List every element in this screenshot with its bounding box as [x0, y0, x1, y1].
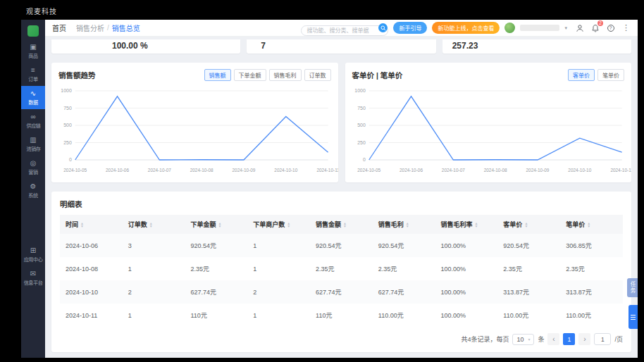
notifications-button[interactable]: 2	[590, 23, 600, 32]
column-header-label: 客单价	[503, 220, 522, 229]
detail-table: 时间▲▼订单数▲▼下单金额▲▼下单商户数▲▼销售金额▲▼销售毛利▲▼销售毛利率▲…	[60, 215, 623, 327]
sort-icon[interactable]: ▲▼	[475, 222, 478, 227]
global-search	[301, 23, 388, 33]
sidebar-item-system[interactable]: ⚙ 系统	[21, 179, 45, 202]
table-cell: 2.35元	[373, 257, 435, 280]
orders-icon: ≡	[31, 66, 35, 74]
table-cell: 627.74元	[373, 280, 435, 304]
promo-banner-button[interactable]: 新功能上线，点击查看	[432, 22, 500, 34]
table-cell: 2.35元	[310, 257, 373, 280]
metric-per-order-price-button[interactable]: 笔单价	[597, 69, 624, 81]
sidebar-item-label: 营销	[28, 168, 37, 175]
sidebar-item-inventory[interactable]: ▥ 进销存	[21, 132, 45, 156]
chart-card-header: 销售额趋势 销售额 下单金额 销售毛利 订单数	[51, 63, 338, 84]
sort-icon[interactable]: ▲▼	[343, 222, 347, 227]
sidebar-item-info-platform[interactable]: ✉ 信息平台	[21, 266, 45, 289]
table-cell: 313.87元	[560, 280, 623, 304]
sidebar-item-app-center[interactable]: ⊞ 应用中心	[21, 243, 45, 266]
table-cell: 2	[247, 280, 310, 304]
sort-icon[interactable]: ▲▼	[587, 222, 590, 227]
sidebar: ▣ 商品 ≡ 订单 ∿ 数据 ∞ 供应链 ▥ 进销存 ◎ 营销 ⚙ 系统 ⊞	[21, 20, 45, 358]
svg-text:2024-10-09: 2024-10-09	[526, 168, 549, 173]
avatar[interactable]	[504, 23, 515, 33]
table-cell: 1	[247, 234, 310, 257]
column-header[interactable]: 时间▲▼	[60, 215, 123, 234]
metric-gross-profit-button[interactable]: 销售毛利	[269, 69, 302, 81]
table-header: 时间▲▼订单数▲▼下单金额▲▼下单商户数▲▼销售金额▲▼销售毛利▲▼销售毛利率▲…	[60, 215, 623, 234]
help-button[interactable]: ?	[606, 23, 615, 32]
notification-badge: 2	[597, 20, 603, 26]
current-page-button[interactable]: 1	[563, 333, 575, 345]
table-cell: 110.00元	[497, 304, 560, 327]
svg-text:2024-10-11: 2024-10-11	[316, 168, 338, 173]
sort-icon[interactable]: ▲▼	[149, 222, 153, 227]
metric-order-amount-button[interactable]: 下单金额	[234, 69, 266, 81]
pagination-suffix: /页	[614, 335, 623, 344]
search-icon	[380, 25, 386, 31]
system-gear-icon: ⚙	[30, 182, 37, 190]
breadcrumb-parent[interactable]: 销售分析	[76, 23, 104, 33]
sort-icon[interactable]: ▲▼	[406, 222, 409, 227]
column-header[interactable]: 下单金额▲▼	[185, 215, 248, 234]
column-header[interactable]: 客单价▲▼	[497, 215, 560, 234]
column-header[interactable]: 订单数▲▼	[123, 215, 185, 234]
search-input[interactable]	[301, 25, 388, 36]
svg-text:2024-10-07: 2024-10-07	[441, 168, 464, 173]
table-cell: 627.74元	[185, 280, 248, 304]
table-cell: 110.00元	[373, 304, 435, 327]
table-cell: 627.74元	[310, 280, 373, 304]
table-cell: 2	[123, 280, 185, 304]
svg-text:500: 500	[63, 123, 72, 127]
column-header-label: 销售毛利率	[441, 220, 473, 229]
sort-icon[interactable]: ▲▼	[80, 222, 84, 227]
svg-text:2024-10-06: 2024-10-06	[106, 168, 129, 173]
column-header[interactable]: 下单商户数▲▼	[247, 215, 310, 234]
next-page-button[interactable]: ›	[578, 333, 590, 345]
sidebar-item-marketing[interactable]: ◎ 营销	[21, 156, 45, 179]
metric-customer-price-button[interactable]: 客单价	[568, 69, 595, 81]
sort-icon[interactable]: ▲▼	[524, 222, 528, 227]
svg-text:750: 750	[63, 106, 72, 111]
sort-icon[interactable]: ▲▼	[218, 222, 222, 227]
help-icon: ?	[607, 25, 614, 32]
column-header[interactable]: 销售金额▲▼	[310, 215, 373, 234]
breadcrumb: 销售分析 / 销售总览	[76, 23, 140, 33]
svg-text:2024-10-08: 2024-10-08	[483, 168, 507, 173]
task-float-tab[interactable]: 任务	[627, 278, 638, 297]
column-header[interactable]: 笔单价▲▼	[560, 215, 623, 234]
sidebar-item-orders[interactable]: ≡ 订单	[21, 63, 45, 86]
metric-order-count-button[interactable]: 订单数	[304, 69, 331, 81]
sidebar-item-data[interactable]: ∿ 数据	[21, 86, 45, 109]
info-platform-icon: ✉	[30, 270, 36, 277]
table-cell: 2.35元	[497, 257, 560, 280]
column-header[interactable]: 销售毛利率▲▼	[435, 215, 498, 234]
column-header-label: 笔单价	[566, 220, 585, 229]
svg-text:2024-10-08: 2024-10-08	[190, 168, 213, 173]
guide-button[interactable]: 新手引导	[393, 22, 427, 34]
prev-page-button[interactable]: ‹	[547, 333, 559, 345]
page-jump-input[interactable]	[594, 333, 611, 345]
supply-chain-icon: ∞	[30, 113, 35, 120]
page-size-select[interactable]: 10 ▾	[512, 334, 534, 345]
sidebar-item-goods[interactable]: ▣ 商品	[21, 39, 45, 63]
sidebar-item-supply-chain[interactable]: ∞ 供应链	[21, 109, 45, 132]
column-header-label: 时间	[66, 220, 78, 229]
sort-icon[interactable]: ▲▼	[287, 222, 290, 227]
service-float-button[interactable]	[628, 305, 638, 329]
metric-sales-amount-button[interactable]: 销售额	[204, 69, 231, 81]
app-window: ▣ 商品 ≡ 订单 ∿ 数据 ∞ 供应链 ▥ 进销存 ◎ 营销 ⚙ 系统 ⊞	[21, 20, 638, 358]
nav-home-link[interactable]: 首页	[52, 23, 66, 33]
svg-text:0: 0	[362, 157, 365, 162]
chevron-down-icon[interactable]: ▾	[564, 25, 567, 31]
contacts-button[interactable]	[575, 23, 584, 32]
chart-card-header: 客单价 | 笔单价 客单价 笔单价	[345, 63, 632, 84]
column-header-label: 下单金额	[191, 220, 216, 229]
table-cell: 920.54元	[185, 234, 248, 257]
table-row: 2024-10-111110元1110元110.00元100.00%110.00…	[60, 304, 623, 327]
pagination-total: 共4条记录，每页	[461, 335, 509, 344]
sidebar-item-label: 供应链	[26, 121, 40, 128]
sales-trend-line-chart: 025050075010002024-10-052024-10-062024-1…	[51, 84, 338, 177]
column-header[interactable]: 销售毛利▲▼	[373, 215, 435, 234]
main-area: 首页 销售分析 / 销售总览 新手引导 新功能上线，点击查看 ▾	[45, 20, 638, 358]
more-menu-button[interactable]: ⋮	[621, 23, 631, 32]
